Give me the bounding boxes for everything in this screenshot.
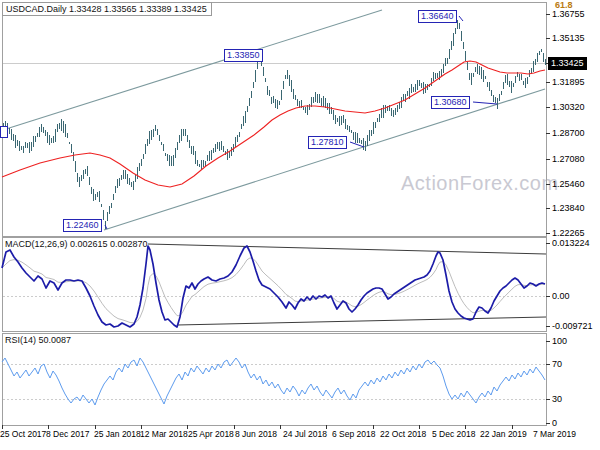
price-pane xyxy=(3,3,547,237)
macd-upper-trendline xyxy=(148,244,546,254)
channel-lower-line xyxy=(104,89,545,230)
rsi-pane xyxy=(3,334,547,426)
channel-upper-line xyxy=(6,10,382,129)
moving-average-line xyxy=(2,61,545,187)
macd-lower-trendline xyxy=(177,317,546,325)
forex-chart-window: ActionForex.com USDCAD.Daily 1.33428 1.3… xyxy=(0,0,600,450)
macd-signal-line xyxy=(2,258,545,323)
chart-canvas xyxy=(0,0,600,450)
macd-line xyxy=(2,246,545,327)
clipped-price-flag xyxy=(1,127,8,138)
rsi-line xyxy=(2,358,545,405)
annotation-leader xyxy=(473,102,497,104)
annotation-leader xyxy=(459,16,463,21)
